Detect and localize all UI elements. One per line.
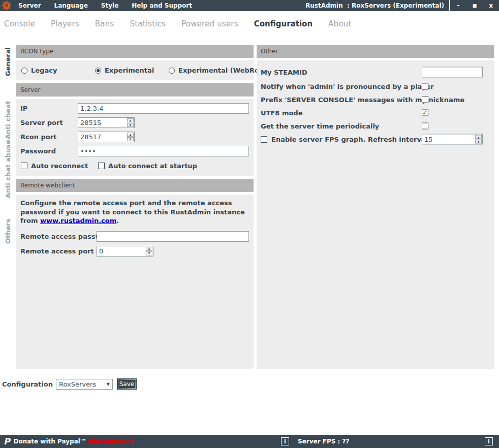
server-port-spinner: ▲ ▼ [127,118,134,127]
menu-style[interactable]: Style [101,2,118,9]
server-time-label: Get the server time periodically [261,122,379,130]
fps-graph-row: Enable server FPS graph. Refresh interva… [261,133,494,146]
radio-option-experimental-webrcon[interactable]: Experimental (WebRcon) [169,67,242,74]
auto-reconnect-label: Auto reconnect [31,162,88,170]
steamid-label: My STEAMID [261,69,307,76]
prefix-console-label: Prefix 'SERVER CONSOLE' messages with my… [261,96,464,104]
auto-connect-checkbox[interactable] [98,163,105,169]
password-input[interactable] [78,146,249,156]
window-title: RustAdmin : RoxServers (Experimental) [305,2,444,9]
spin-down-icon[interactable]: ▼ [127,137,134,141]
radio-label: Experimental [105,67,154,74]
auto-reconnect-checkbox[interactable] [21,163,27,169]
sidebar-item-others[interactable]: Others [4,219,12,244]
tab-players[interactable]: Players [51,19,79,28]
spin-down-icon[interactable]: ▼ [475,140,482,144]
menu-bar: Server Language Style Help and Support [18,2,192,9]
panel-other-settings: Other My STEAMID Notify when 'admin' is … [257,45,494,369]
save-button[interactable]: Save [117,378,137,390]
remote-access-port-row: Remote access port ▲ ▼ [20,246,254,257]
connection-status: Disconnected [86,435,133,448]
rcon-port-spinbox: ▲ ▼ [78,132,135,142]
donate-paypal-button[interactable]: P Donate with Paypal™ [4,435,86,448]
maximize-button[interactable]: ■ [466,0,483,11]
donate-label: Donate with Paypal™ [13,438,86,445]
info-icon: i [485,437,493,445]
menu-server[interactable]: Server [18,2,41,9]
section-server-body: IP Server port ▲ ▼ Rcon port [16,99,254,176]
utf8-mode-label: UTF8 mode [261,109,302,117]
menu-help-and-support[interactable]: Help and Support [132,2,192,9]
chevron-down-icon: ▼ [107,382,110,387]
notify-admin-checkbox[interactable] [422,83,428,90]
remote-access-port-spinner: ▲ ▼ [145,246,153,256]
section-header-rcon-type: RCON type [16,45,254,58]
tab-configuration[interactable]: Configuration [254,19,313,28]
radio-circle [21,68,27,74]
tab-console[interactable]: Console [4,19,35,28]
close-button[interactable]: x [483,0,499,11]
section-other-body: My STEAMID Notify when 'admin' is pronou… [257,60,494,369]
spin-up-icon[interactable]: ▲ [127,118,134,122]
spin-up-icon[interactable]: ▲ [127,133,134,137]
gear-icon-svg: R [2,1,12,11]
spin-down-icon[interactable]: ▼ [146,251,152,255]
spin-up-icon[interactable]: ▲ [475,135,482,139]
rcon-port-input[interactable] [78,132,127,142]
tab-about[interactable]: About [328,19,351,28]
rustadmin-link[interactable]: www.rustadmin.com [40,217,116,225]
app-gear-icon[interactable]: R [0,0,13,11]
spin-up-icon[interactable]: ▲ [146,247,152,251]
remote-webclient-description: Configure the remote access port and the… [16,195,254,228]
tab-powered-users[interactable]: Powered users [181,19,238,28]
prefix-console-row: Prefix 'SERVER CONSOLE' messages with my… [261,93,494,106]
minimize-button[interactable]: - [450,0,466,11]
tab-statistics[interactable]: Statistics [130,19,166,28]
menu-language[interactable]: Language [54,2,88,9]
tab-bar: Console Players Bans Statistics Powered … [0,11,499,37]
title-bar: R Server Language Style Help and Support… [0,0,499,11]
section-header-server: Server [16,83,254,97]
fps-interval-input[interactable] [422,135,475,144]
remote-access-password-input[interactable] [97,231,249,242]
server-time-checkbox[interactable] [422,123,428,130]
password-label: Password [20,147,78,155]
radio-label: Legacy [31,67,57,74]
server-port-spinbox: ▲ ▼ [78,117,135,128]
spin-down-icon[interactable]: ▼ [127,123,134,127]
utf8-mode-row: UTF8 mode [261,106,494,119]
server-time-row: Get the server time periodically [261,119,494,133]
status-bar: P Donate with Paypal™ Disconnected i Ser… [0,435,499,448]
steamid-row: My STEAMID [261,65,494,80]
sidebar-item-general[interactable]: General [4,47,12,76]
radio-option-experimental[interactable]: Experimental [95,67,169,74]
server-port-input[interactable] [78,118,127,127]
configuration-dropdown[interactable]: RoxServers ▼ [56,379,113,390]
section-header-other: Other [257,45,494,58]
configuration-bar: Configuration RoxServers ▼ Save [0,377,499,391]
sidebar-item-anti-cheat[interactable]: Anti cheat [4,101,12,139]
prefix-console-checkbox[interactable] [422,97,428,103]
rustadmin-window: R Server Language Style Help and Support… [0,0,499,448]
radio-circle [169,68,175,74]
info-icon[interactable]: i [281,437,289,445]
connection-status-text: Disconnected [86,438,133,445]
auto-connect-label: Auto connect at startup [108,162,197,170]
server-checkbox-row: Auto reconnect Auto connect at startup [21,162,254,170]
remote-access-port-input[interactable] [97,246,145,256]
server-fps-group: i Server FPS : ?? [281,435,349,448]
fps-graph-checkbox[interactable] [261,136,267,143]
tab-bans[interactable]: Bans [95,19,114,28]
sidebar-item-anti-chat-abuse[interactable]: Anti chat abuse [4,140,12,198]
info-button-right[interactable]: i [485,435,493,448]
steamid-input[interactable] [422,67,483,78]
rcon-port-row: Rcon port ▲ ▼ [20,132,254,142]
ip-input[interactable] [78,103,249,114]
radio-option-legacy[interactable]: Legacy [21,67,95,74]
remote-access-port-label: Remote access port [20,247,97,255]
rcon-port-label: Rcon port [20,133,78,141]
description-period: . [116,217,119,225]
server-fps-text: Server FPS : ?? [298,438,349,445]
remote-access-password-row: Remote access password [20,231,254,242]
utf8-mode-checkbox[interactable] [422,110,428,116]
